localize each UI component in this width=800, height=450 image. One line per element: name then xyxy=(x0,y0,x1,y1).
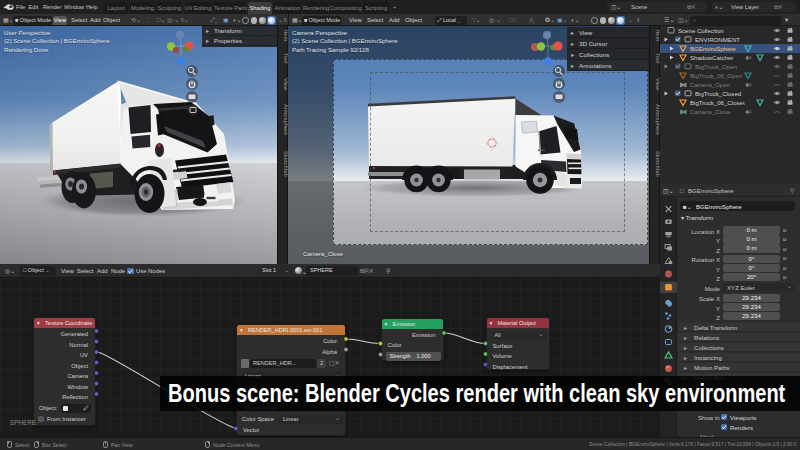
svg-text:✥²: ✥² xyxy=(745,109,752,115)
svg-text:✥²: ✥² xyxy=(745,82,752,88)
svg-text:Scene Collection: Scene Collection xyxy=(678,27,724,34)
svg-text:ShadowCatcher: ShadowCatcher xyxy=(690,54,733,61)
svg-text:BigTruck_06_Open: BigTruck_06_Open xyxy=(690,72,742,79)
svg-text:Camera_Open: Camera_Open xyxy=(690,81,730,88)
svg-text:Camera_Close: Camera_Close xyxy=(690,108,731,115)
svg-text:BigTruck_Closed: BigTruck_Closed xyxy=(695,90,741,97)
svg-text:BigTruck_Open: BigTruck_Open xyxy=(695,63,737,70)
svg-text:ENVIRONMENT: ENVIRONMENT xyxy=(695,36,740,43)
svg-text:✥²: ✥² xyxy=(745,55,752,61)
svg-text:BigTruck_06_Closet: BigTruck_06_Closet xyxy=(690,99,745,106)
svg-text:BGEnviroSphere: BGEnviroSphere xyxy=(690,45,736,52)
